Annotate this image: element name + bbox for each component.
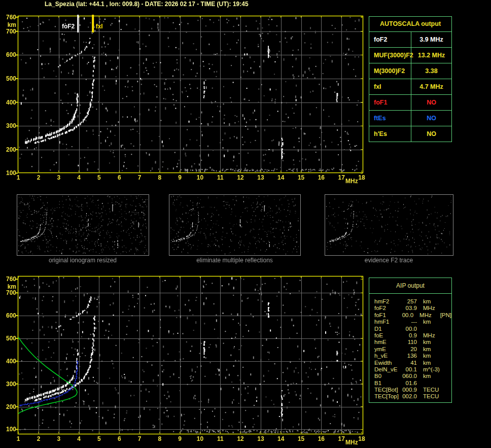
- y-tick-label: 300: [1, 122, 16, 129]
- aip-label: B0: [374, 373, 401, 380]
- x-tick-label: 1: [12, 174, 25, 181]
- aip-unit: km: [417, 319, 444, 325]
- x-tick-label: 5: [92, 435, 106, 442]
- aip-unit: MHz: [417, 305, 444, 312]
- x-tick-label: 8: [153, 174, 166, 181]
- aip-label: h_vE: [374, 353, 401, 359]
- autoscala-row-label: ftEs: [369, 111, 411, 126]
- aip-row-tecbot: TEC[Bot]000.9TECU: [374, 387, 451, 393]
- y-tick-label: 600: [1, 312, 16, 319]
- aip-extra: [444, 353, 445, 359]
- aip-value: 060.0: [401, 373, 417, 380]
- aip-table: AIP output hmF2257kmfoF203.9MHzfoF100.0M…: [369, 278, 452, 403]
- autoscala-row-label: h'Es: [369, 126, 411, 142]
- aip-unit: km: [417, 353, 444, 359]
- aip-table-rows: hmF2257kmfoF203.9MHzfoF100.0MHz[PN]hmF1-…: [369, 294, 451, 400]
- aip-row-fof1: foF100.0MHz[PN]: [374, 312, 451, 319]
- aip-value: 000.9: [401, 387, 417, 393]
- y-tick-label: 100: [1, 426, 16, 433]
- autoscala-row-label: M(3000)F2: [369, 63, 411, 79]
- x-tick-label: 7: [133, 174, 146, 181]
- y-tick-label: 300: [1, 381, 16, 388]
- autoscala-row-value: 13.2 MHz: [411, 48, 451, 63]
- aip-label: foF2: [374, 305, 401, 312]
- x-tick-label: 2: [32, 174, 45, 181]
- x-tick-label: 6: [113, 174, 126, 181]
- autoscala-row-value: NO: [411, 111, 451, 126]
- x-tick-label: 3: [52, 174, 65, 181]
- autoscala-row-label: MUF(3000)F2: [369, 48, 411, 63]
- aip-unit: [417, 380, 444, 387]
- autoscala-row-label: foF1: [369, 95, 411, 110]
- aip-row-ewidth: Ewidth41km: [374, 360, 451, 366]
- aip-row-tectop: TEC[Top]002.0TECU: [374, 393, 451, 400]
- aip-extra: [PN]: [439, 312, 451, 319]
- autoscala-row-fxi: fxI4.7 MHz: [369, 79, 451, 95]
- autoscala-row-fof2: foF23.9 MHz: [369, 32, 451, 48]
- aip-row-hve: h_vE136km: [374, 353, 451, 359]
- x-tick-label: 11: [214, 435, 227, 442]
- autoscala-row-m3000f2: M(3000)F23.38: [369, 63, 451, 79]
- aip-extra: [444, 346, 445, 353]
- autoscala-table: AUTOSCALA output foF23.9 MHzMUF(3000)F21…: [369, 16, 452, 142]
- aip-value: 00.0: [399, 312, 413, 319]
- autoscala-row-label: foF2: [369, 32, 411, 47]
- aip-row-d1: D100.0: [374, 326, 451, 332]
- x-tick-label: 15: [295, 174, 308, 181]
- autoscala-row-value: NO: [411, 95, 451, 110]
- autoscala-row-fof1: foF1NO: [369, 95, 451, 111]
- x-tick-label: 9: [173, 435, 187, 442]
- aip-row-foe: foE0.9MHz: [374, 332, 451, 339]
- aip-extra: [444, 380, 445, 387]
- aip-row-fof2: foF203.9MHz: [374, 305, 451, 312]
- autoscala-row-value: 3.38: [411, 63, 451, 79]
- aip-value: 00.0: [401, 326, 417, 332]
- y-tick-label: 700: [1, 28, 16, 35]
- aip-extra: [444, 319, 445, 325]
- aip-extra: [444, 387, 445, 393]
- autoscala-row-hes: h'EsNO: [369, 126, 451, 142]
- y-tick-label: 400: [1, 99, 16, 106]
- aip-unit: TECU: [417, 387, 444, 393]
- aip-row-b0: B0060.0km: [374, 373, 451, 380]
- aip-unit: MHz: [413, 312, 439, 319]
- x-tick-label: 12: [234, 435, 247, 442]
- aip-unit: km: [417, 373, 444, 380]
- aip-row-hmf2: hmF2257km: [374, 298, 451, 305]
- x-tick-label: 5: [92, 174, 106, 181]
- x-tick-label: 16: [314, 174, 328, 181]
- aip-value: 0.9: [401, 332, 417, 339]
- x-tick-label: 2: [32, 435, 45, 442]
- aip-value: 01.6: [401, 380, 417, 387]
- aip-value: 41: [401, 360, 417, 366]
- aip-unit: km: [417, 360, 444, 366]
- autoscala-row-ftes: ftEsNO: [369, 111, 451, 126]
- autoscala-row-value: 4.7 MHz: [411, 79, 451, 94]
- aip-label: foE: [374, 332, 401, 339]
- autoscala-table-title: AUTOSCALA output: [369, 17, 451, 32]
- y-tick-label: 760: [1, 14, 16, 21]
- y-tick-label: 400: [1, 358, 16, 365]
- x-tick-label: 13: [254, 435, 267, 442]
- aip-row-delnve: DelN_vE00.1m^(-3): [374, 366, 451, 373]
- x-tick-label: 10: [194, 435, 207, 442]
- thumbnail-caption-evidence: evidence F2 trace: [325, 257, 453, 264]
- aip-label: hmF2: [374, 298, 401, 305]
- aip-table-title: AIP output: [369, 278, 451, 294]
- aip-extra: [444, 393, 445, 400]
- fof2-marker-label: foF2: [44, 23, 75, 30]
- aip-unit: km: [417, 339, 444, 346]
- aip-extra: [444, 366, 445, 373]
- autoscala-row-value: NO: [411, 126, 451, 142]
- aip-label: TEC[Top]: [374, 393, 401, 400]
- x-tick-label: 16: [314, 435, 328, 442]
- y-tick-label: 700: [1, 289, 16, 296]
- x-axis-unit-label: MHz: [345, 439, 358, 446]
- aip-label: B1: [374, 380, 401, 387]
- aip-row-yme: ymE20km: [374, 346, 451, 353]
- thumbnail-caption-eliminate: eliminate multiple reflections: [169, 257, 300, 264]
- aip-row-hme: hmE110km: [374, 339, 451, 346]
- aip-unit: km: [417, 346, 444, 353]
- aip-row-hmf1: hmF1---km: [374, 319, 451, 325]
- aip-unit: [417, 326, 444, 332]
